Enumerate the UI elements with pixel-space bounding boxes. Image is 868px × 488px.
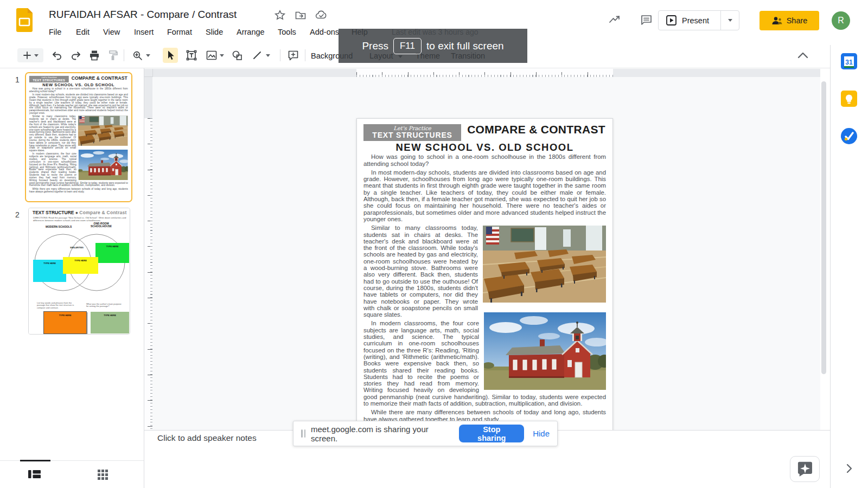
insert-image-caret [220,54,224,57]
paragraph-intro: How was going to school in a one-room sc… [363,153,606,167]
menu-arrange[interactable]: Arrange [237,28,265,36]
toolbar-divider [305,49,305,61]
menu-insert[interactable]: Insert [134,28,154,36]
classroom-photo [483,226,606,303]
stop-sharing-button[interactable]: Stop sharing [459,425,524,442]
filmstrip-view-button[interactable] [28,470,41,479]
worksheet-badge: Let's Practice TEXT STRUCTURES [29,76,69,82]
insert-image-button[interactable] [203,48,227,62]
screen-share-toast: meet.google.com is sharing your screen. … [293,421,558,446]
fullscreen-toast: Press F11 to exit full screen [339,29,527,63]
venn-green-box[interactable]: TYPE HERE [95,243,129,263]
document-title[interactable]: RUFAIDAH AFSAR - Compare / Contrast [49,9,237,21]
insert-comment-button[interactable] [286,48,300,62]
star-icon[interactable] [274,9,286,21]
insert-line-button[interactable] [248,48,273,62]
toast-suffix: to exit full screen [426,40,504,52]
new-slide-button[interactable] [17,48,43,62]
google-slides-window: RUFAIDAH AFSAR - Compare / Contrast File… [0,0,868,488]
menu-slide[interactable]: Slide [206,28,223,36]
badge-text-structures: TEXT STRUCTURES [29,79,69,82]
horizontal-ruler [153,69,820,77]
google-keep-icon[interactable] [840,90,858,107]
slide-1-page[interactable]: Let's Practice TEXT STRUCTURES COMPARE &… [27,74,131,202]
worksheet-subtitle: NEW SCHOOL VS. OLD SCHOOL [29,84,128,86]
share-message: meet.google.com is sharing your screen. [311,425,452,443]
insert-line-caret [266,54,270,57]
activity-dashboard-icon[interactable] [609,14,621,26]
canvas-scrollbar[interactable] [821,81,826,374]
slide-1-thumbnail[interactable]: Let's Practice TEXT STRUCTURES COMPARE &… [25,72,132,202]
venn-yellow-box[interactable]: TYPE HERE [63,257,98,274]
menu-view[interactable]: View [103,28,120,36]
comment-history-icon[interactable] [640,14,652,25]
slide-1-thumbnail-preview: Let's Practice TEXT STRUCTURES COMPARE &… [27,74,131,202]
google-calendar-icon[interactable]: 31 [840,53,858,70]
paragraph-2: In most modern-day schools, students are… [29,93,128,114]
active-view-indicator [20,460,50,461]
svg-text:31: 31 [845,59,853,66]
menu-edit[interactable]: Edit [76,28,90,36]
account-avatar[interactable]: R [832,11,850,30]
present-play-icon [666,15,676,25]
present-button-main[interactable]: Present [659,11,720,30]
ruler-corner [144,69,153,77]
menu-tools[interactable]: Tools [278,28,296,36]
vertical-ruler [144,77,152,430]
share-button[interactable]: Share [760,11,819,30]
explore-sparkle-icon [797,460,813,478]
badge-text-structures: TEXT STRUCTURES [363,131,461,139]
venn-cyan-box[interactable]: TYPE HERE [33,260,66,282]
venn-lightgreen-box[interactable]: TYPE HERE [91,312,129,333]
venn-bottom-right-prompt: What was the author's main purpose for w… [86,303,124,307]
schoolhouse-photo [79,150,128,180]
slide-2-number: 2 [15,210,20,219]
select-tool-button[interactable] [163,48,178,63]
menu-format[interactable]: Format [167,28,192,36]
slide-canvas[interactable]: Let's Practice TEXT STRUCTURES COMPARE &… [144,69,820,430]
print-button[interactable] [87,48,101,62]
grid-view-button[interactable] [98,470,108,480]
slide-2-thumbnail[interactable]: TEXT STRUCTURE ● Compare & Contrast DIRE… [28,208,130,335]
share-label: Share [787,16,808,25]
share-person-icon [771,16,782,25]
side-panel-expand-chevron[interactable] [844,463,854,474]
zoom-caret [146,54,150,57]
paint-format-button[interactable] [106,48,120,62]
speaker-notes-placeholder[interactable]: Click to add speaker notes [157,433,257,443]
toolbar-divider [124,49,124,61]
menu-addons[interactable]: Add-ons [310,28,339,36]
present-label: Present [682,16,709,25]
worksheet-title: COMPARE & CONTRAST [467,124,606,133]
drag-handle[interactable] [301,429,305,438]
venn-center-label: SIMILARITIES [70,246,84,249]
slides-logo-icon[interactable] [15,8,34,33]
slide-2-thumbnail-preview: TEXT STRUCTURE ● Compare & Contrast DIRE… [29,208,130,335]
side-panel [830,45,868,488]
undo-button[interactable] [50,48,64,62]
worksheet-title: COMPARE & CONTRAST [71,76,128,79]
hide-share-toast-link[interactable]: Hide [533,429,550,438]
cloud-saved-icon[interactable] [315,9,327,21]
zoom-button[interactable] [129,48,153,62]
toolbar-divider [280,49,280,61]
present-button[interactable]: Present [658,10,739,30]
toast-prefix: Press [362,40,388,52]
avatar-initial: R [838,16,844,25]
venn-title: TEXT STRUCTURE [33,210,74,215]
google-tasks-icon[interactable] [840,127,858,145]
venn-orange-box[interactable]: TYPE HERE [43,311,87,334]
move-folder-icon[interactable] [295,9,307,21]
explore-button[interactable] [790,456,820,482]
insert-shape-button[interactable] [230,48,244,62]
worksheet-subtitle: NEW SCHOOL VS. OLD SCHOOL [363,144,606,151]
redo-button[interactable] [69,48,83,62]
menu-file[interactable]: File [49,28,61,36]
venn-title-sub: Compare & Contrast [79,210,126,215]
present-options-caret[interactable] [720,11,739,30]
text-box-button[interactable] [184,48,199,62]
hide-menus-chevron-up[interactable] [796,51,809,60]
classroom-photo [78,115,128,146]
slide-1-page[interactable]: Let's Practice TEXT STRUCTURES COMPARE &… [356,118,613,430]
new-slide-caret [34,54,39,57]
